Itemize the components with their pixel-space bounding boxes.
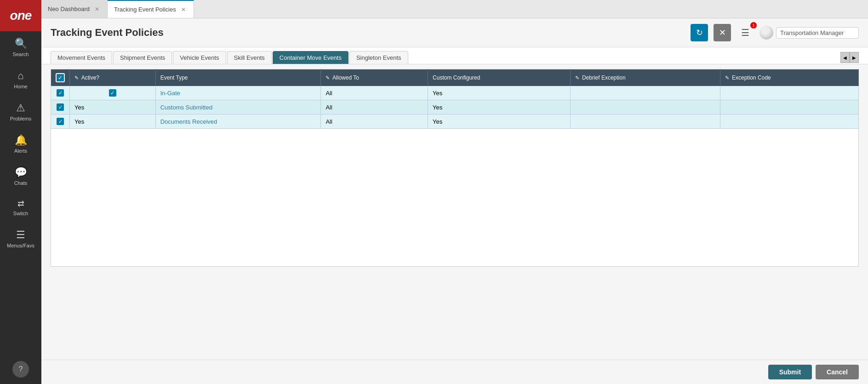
tab-movement-events[interactable]: Movement Events: [51, 51, 112, 64]
event-type-cell: In-Gate: [155, 86, 321, 100]
sidebar-item-chats[interactable]: 💬 Chats: [0, 160, 41, 192]
col-header-checkbox: [51, 69, 70, 86]
empty-row: [51, 129, 859, 267]
col-label: Allowed To: [332, 75, 359, 81]
col-label: Exception Code: [732, 75, 771, 81]
allowed-to-cell: All: [321, 115, 428, 129]
sidebar-item-search[interactable]: 🔍 Search: [0, 31, 41, 63]
main-content: Neo Dashboard ✕ Tracking Event Policies …: [41, 0, 868, 384]
row-checkbox-cell[interactable]: [51, 100, 70, 115]
active-cell: Yes: [70, 115, 156, 129]
refresh-button[interactable]: ↻: [691, 24, 708, 41]
page-header: Tracking Event Policies ↻ ✕ ☰ 1 Transpor…: [41, 18, 868, 47]
exception-code-cell: [720, 86, 858, 100]
row-checkbox-cell[interactable]: [51, 86, 70, 100]
tab-label: Tracking Event Policies: [114, 6, 176, 13]
tab-label: Singleton Events: [356, 54, 401, 61]
notification-badge: 1: [750, 22, 757, 29]
exception-code-cell: [720, 115, 858, 129]
col-header-debrief-exception: ✎ Debrief Exception: [570, 69, 720, 86]
collapse-left-button[interactable]: ◀: [840, 52, 850, 63]
sidebar-item-home[interactable]: ⌂ Home: [0, 63, 41, 96]
col-header-custom-configured: Custom Configured: [428, 69, 571, 86]
active-cell: Yes: [70, 100, 156, 115]
menu-button[interactable]: ☰ 1: [737, 24, 754, 41]
cancel-button[interactable]: Cancel: [816, 365, 859, 379]
tab-bar: Neo Dashboard ✕ Tracking Event Policies …: [41, 0, 868, 18]
logo-text: one: [10, 8, 32, 23]
row-checkbox[interactable]: [57, 89, 64, 97]
sidebar-item-label: Home: [14, 84, 27, 89]
event-type-link[interactable]: In-Gate: [160, 90, 180, 97]
home-icon: ⌂: [17, 70, 23, 82]
exception-code-cell: [720, 100, 858, 115]
submit-button[interactable]: Submit: [768, 365, 812, 379]
tab-skill-events[interactable]: Skill Events: [227, 51, 272, 64]
row-checkbox-cell[interactable]: [51, 115, 70, 129]
tab-label: Vehicle Events: [180, 54, 219, 61]
event-type-link[interactable]: Customs Submitted: [160, 104, 212, 111]
edit-icon: ✎: [326, 75, 330, 80]
user-role-dropdown[interactable]: Transportation Manager: [776, 27, 859, 39]
sidebar-item-problems[interactable]: ⚠ Problems: [0, 96, 41, 128]
col-header-allowed-to: ✎ Allowed To: [321, 69, 428, 86]
switch-icon: ⇄: [17, 199, 24, 209]
tab-singleton-events[interactable]: Singleton Events: [349, 51, 408, 64]
tab-shipment-events[interactable]: Shipment Events: [113, 51, 172, 64]
logo[interactable]: one: [0, 0, 41, 31]
debrief-exception-cell: [570, 115, 720, 129]
collapse-controls: ◀ ▶: [840, 52, 859, 63]
page-title: Tracking Event Policies: [51, 27, 685, 39]
row-checkbox[interactable]: [57, 118, 64, 125]
tab-label: Neo Dashboard: [48, 6, 90, 12]
table-row: Yes Documents Received All Yes: [51, 115, 859, 129]
select-all-checkbox[interactable]: [56, 73, 65, 82]
edit-icon: ✎: [725, 75, 729, 80]
event-type-link[interactable]: Documents Received: [160, 118, 217, 125]
sidebar-item-label: Search: [13, 52, 29, 57]
active-checkbox[interactable]: [109, 89, 116, 97]
tab-close-neo-dashboard[interactable]: ✕: [93, 6, 101, 13]
bell-icon: 🔔: [15, 134, 27, 146]
empty-cell: [51, 129, 859, 267]
sidebar-item-label: Menus/Favs: [7, 243, 34, 248]
col-header-active: ✎ Active?: [70, 69, 156, 86]
allowed-to-cell: All: [321, 86, 428, 100]
col-label: Active?: [81, 75, 99, 81]
sidebar: one 🔍 Search ⌂ Home ⚠ Problems 🔔 Alerts …: [0, 0, 41, 384]
sidebar-item-label: Switch: [13, 211, 28, 216]
collapse-right-button[interactable]: ▶: [850, 52, 859, 63]
row-checkbox[interactable]: [57, 103, 64, 111]
event-type-cell: Customs Submitted: [155, 100, 321, 115]
tab-tracking-event-policies[interactable]: Tracking Event Policies ✕: [108, 0, 194, 18]
col-header-event-type: Event Type: [155, 69, 321, 86]
help-button[interactable]: ?: [12, 361, 29, 378]
user-avatar: [760, 26, 773, 40]
tab-vehicle-events[interactable]: Vehicle Events: [173, 51, 226, 64]
sidebar-item-switch[interactable]: ⇄ Switch: [0, 192, 41, 223]
page-content: Tracking Event Policies ↻ ✕ ☰ 1 Transpor…: [41, 18, 868, 384]
tab-neo-dashboard[interactable]: Neo Dashboard ✕: [41, 0, 108, 18]
custom-configured-cell: Yes: [428, 86, 571, 100]
user-select-wrap: Transportation Manager: [760, 26, 859, 40]
tab-label: Shipment Events: [120, 54, 165, 61]
close-icon: ✕: [719, 28, 726, 38]
sidebar-item-alerts[interactable]: 🔔 Alerts: [0, 128, 41, 160]
tab-close-tracking-event-policies[interactable]: ✕: [180, 6, 187, 13]
edit-icon: ✎: [74, 75, 79, 80]
sidebar-item-menus[interactable]: ☰ Menus/Favs: [0, 223, 41, 255]
warning-icon: ⚠: [16, 102, 25, 114]
sidebar-item-label: Chats: [14, 180, 28, 186]
table-row: In-Gate All Yes: [51, 86, 859, 100]
sub-tab-bar: Movement Events Shipment Events Vehicle …: [41, 47, 868, 64]
table-area: ✎ Active? Event Type ✎ Allowed To Custom…: [41, 64, 868, 360]
close-button[interactable]: ✕: [714, 24, 731, 41]
menu-icon: ☰: [16, 229, 25, 241]
tab-container-move-events[interactable]: Container Move Events: [273, 51, 348, 64]
sidebar-item-label: Problems: [10, 116, 31, 121]
col-label: Debrief Exception: [582, 75, 626, 81]
hamburger-icon: ☰: [741, 28, 749, 38]
active-cell[interactable]: [70, 86, 156, 100]
allowed-to-cell: All: [321, 100, 428, 115]
sidebar-item-label: Alerts: [14, 148, 27, 154]
